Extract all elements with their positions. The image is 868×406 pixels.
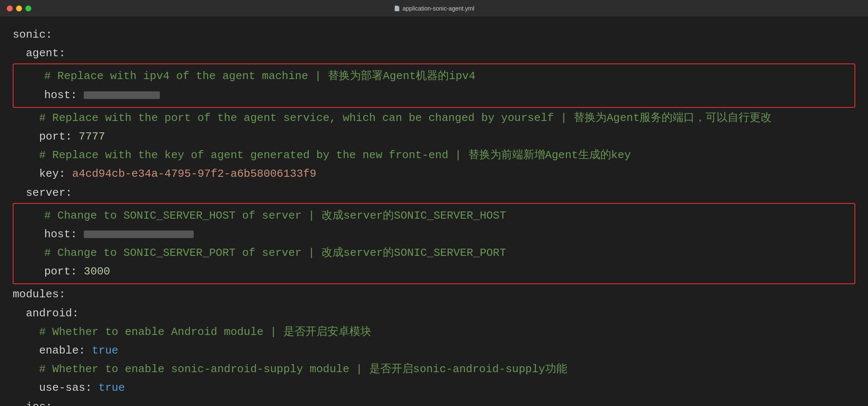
line-server: server: bbox=[13, 184, 855, 202]
line-2: agent: bbox=[13, 44, 855, 63]
line-comment-server-port: # Change to SONIC_SERVER_PORT of server … bbox=[18, 244, 850, 262]
window-title: 📄 application-sonic-agent.yml bbox=[394, 5, 475, 12]
host-value-redacted bbox=[84, 91, 160, 99]
title-bar: 📄 application-sonic-agent.yml bbox=[0, 0, 868, 17]
file-icon: 📄 bbox=[394, 5, 400, 11]
line-server-host: host: bbox=[18, 225, 850, 244]
line-modules: modules: bbox=[13, 285, 855, 304]
title-text: application-sonic-agent.yml bbox=[403, 5, 475, 12]
code-content: sonic: agent: # Replace with ipv4 of the… bbox=[0, 17, 868, 406]
line-agent-port: port: 7777 bbox=[13, 127, 855, 146]
highlight-agent-block: # Replace with ipv4 of the agent machine… bbox=[13, 63, 855, 107]
line-comment-android-enable: # Whether to enable Android module | 是否开… bbox=[13, 323, 855, 341]
line-comment-android-sas: # Whether to enable sonic-android-supply… bbox=[13, 360, 855, 379]
traffic-lights bbox=[7, 5, 31, 11]
minimize-button[interactable] bbox=[16, 5, 22, 11]
line-android: android: bbox=[13, 304, 855, 323]
line-1: sonic: bbox=[13, 25, 855, 44]
maximize-button[interactable] bbox=[25, 5, 31, 11]
close-button[interactable] bbox=[7, 5, 13, 11]
line-android-enable: enable: true bbox=[13, 341, 855, 360]
line-agent-host: host: bbox=[18, 86, 850, 104]
line-comment-agent-port: # Replace with the port of the agent ser… bbox=[13, 109, 855, 127]
line-comment-agent-host: # Replace with ipv4 of the agent machine… bbox=[18, 67, 850, 85]
line-comment-server-host: # Change to SONIC_SERVER_HOST of server … bbox=[18, 206, 850, 225]
line-android-sas: use-sas: true bbox=[13, 379, 855, 397]
line-comment-agent-key: # Replace with the key of agent generate… bbox=[13, 146, 855, 165]
highlight-server-block: # Change to SONIC_SERVER_HOST of server … bbox=[13, 203, 855, 285]
line-agent-key: key: a4cd94cb-e34a-4795-97f2-a6b58006133… bbox=[13, 165, 855, 183]
line-server-port: port: 3000 bbox=[18, 262, 850, 281]
server-host-value-redacted bbox=[84, 230, 194, 238]
line-ios: ios: bbox=[13, 398, 855, 406]
